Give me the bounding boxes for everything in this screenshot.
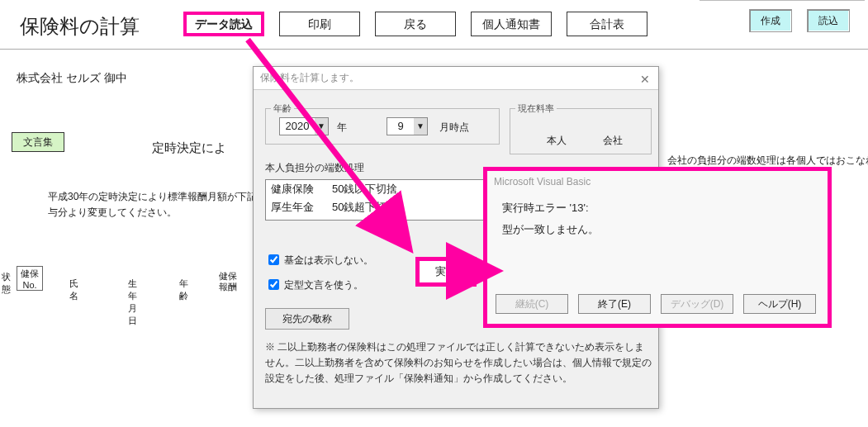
dialog-title-text: 保険料を計算します。	[260, 72, 359, 83]
close-icon[interactable]: ✕	[635, 69, 655, 88]
rounding-listbox[interactable]: 健康保険 50銭以下切捨 厚生年金 50銭超下切捨 ▲ ▼	[265, 179, 500, 221]
error-buttons: 継続(C) 終了(E) デバッグ(D) ヘルプ(H)	[496, 294, 816, 314]
right-side-note: 会社の負担分の端数処理は各個人ではおこなれ	[667, 154, 868, 168]
rate-group-label: 現在料率	[515, 102, 557, 115]
month-dropdown[interactable]: 9 ▼	[387, 117, 428, 135]
hide-fund-label: 基金は表示しない。	[284, 254, 373, 266]
help-button[interactable]: ヘルプ(H)	[743, 294, 816, 314]
wordbook-button[interactable]: 文言集	[12, 132, 64, 152]
side-box: 作成 読込	[700, 0, 865, 38]
month-value: 9	[387, 118, 414, 135]
error-dialog: Microsoft Visual Basic 実行時エラー '13': 型が一致…	[483, 167, 832, 328]
col-birth: 生年月日	[128, 278, 137, 327]
list-item-key: 健康保険	[266, 180, 332, 198]
month-suffix: 月時点	[439, 121, 469, 135]
col-status: 状態	[2, 271, 11, 296]
year-suffix: 年	[337, 121, 347, 135]
addressee-text: 株式会社 セルズ 御中	[17, 71, 127, 86]
col-kenpo-no: 健保No.	[17, 266, 43, 291]
error-line2: 型が一致しません。	[502, 219, 813, 240]
app-header: 保険料の計算 データ読込 印刷 戻る 個人通知書 合計表 作成 読込	[0, 0, 868, 50]
use-template-checkbox[interactable]: 定型文言を使う。	[265, 277, 363, 292]
chevron-down-icon[interactable]: ▼	[414, 118, 427, 135]
total-table-button[interactable]: 合計表	[567, 12, 647, 36]
list-item[interactable]: 健康保険 50銭以下切捨	[266, 180, 499, 198]
message-prefix: 定時決定によ	[152, 140, 226, 156]
addressee-title-button[interactable]: 宛先の敬称	[265, 308, 349, 330]
error-line1: 実行時エラー '13':	[502, 197, 813, 219]
load-data-button[interactable]: データ読込	[183, 12, 264, 36]
rate-col-self: 本人	[547, 134, 567, 148]
col-kenpo-rem: 健保報酬	[216, 271, 240, 292]
rate-group: 現在料率 本人 会社	[510, 108, 652, 154]
paragraph-line2: 与分より変更してください。	[48, 206, 177, 218]
error-body: 実行時エラー '13': 型が一致しません。	[487, 192, 828, 245]
list-item[interactable]: 厚生年金 50銭超下切捨	[266, 198, 499, 216]
create-button[interactable]: 作成	[749, 9, 792, 32]
use-template-input[interactable]	[268, 279, 279, 290]
use-template-label: 定型文言を使う。	[284, 279, 363, 291]
body-paragraph: 平成30年の定時決定により標準報酬月額が下記 与分より変更してください。	[48, 189, 257, 221]
back-button[interactable]: 戻る	[375, 12, 456, 36]
dialog-footnote: ※ 二以上勤務者の保険料はこの処理ファイルでは正しく計算できないため表示をしませ…	[265, 339, 652, 387]
paragraph-line1: 平成30年の定時決定により標準報酬月額が下記	[48, 191, 257, 202]
list-item-val: 50銭以下切捨	[332, 180, 499, 198]
toolbar: データ読込 印刷 戻る 個人通知書 合計表	[183, 12, 647, 36]
continue-button[interactable]: 継続(C)	[496, 294, 568, 314]
rate-col-company: 会社	[603, 134, 623, 148]
hide-fund-checkbox[interactable]: 基金は表示しない。	[265, 252, 373, 268]
print-button[interactable]: 印刷	[279, 12, 360, 36]
year-group: 年齢 2020 ▼ 年 9 ▼ 月時点	[265, 108, 500, 145]
chevron-down-icon[interactable]: ▼	[315, 118, 328, 135]
list-item-key: 厚生年金	[266, 198, 332, 216]
error-title: Microsoft Visual Basic	[487, 171, 828, 192]
page-title: 保険料の計算	[20, 13, 140, 40]
side-load-button[interactable]: 読込	[807, 9, 850, 32]
dialog-title: 保険料を計算します。 ✕	[254, 67, 658, 90]
year-group-label: 年齢	[271, 102, 294, 115]
personal-notice-button[interactable]: 個人通知書	[471, 12, 552, 36]
col-age: 年齢	[179, 278, 188, 302]
col-name: 氏名	[69, 278, 78, 302]
hide-fund-input[interactable]	[268, 254, 279, 265]
side-buttons: 作成 読込	[749, 9, 850, 32]
year-value: 2020	[280, 118, 315, 135]
execute-button[interactable]: 実行	[415, 257, 477, 287]
debug-button[interactable]: デバッグ(D)	[661, 294, 733, 314]
list-item-val: 50銭超下切捨	[332, 198, 499, 216]
year-dropdown[interactable]: 2020 ▼	[279, 117, 329, 135]
rounding-label: 本人負担分の端数処理	[265, 161, 364, 175]
end-button[interactable]: 終了(E)	[578, 294, 651, 314]
